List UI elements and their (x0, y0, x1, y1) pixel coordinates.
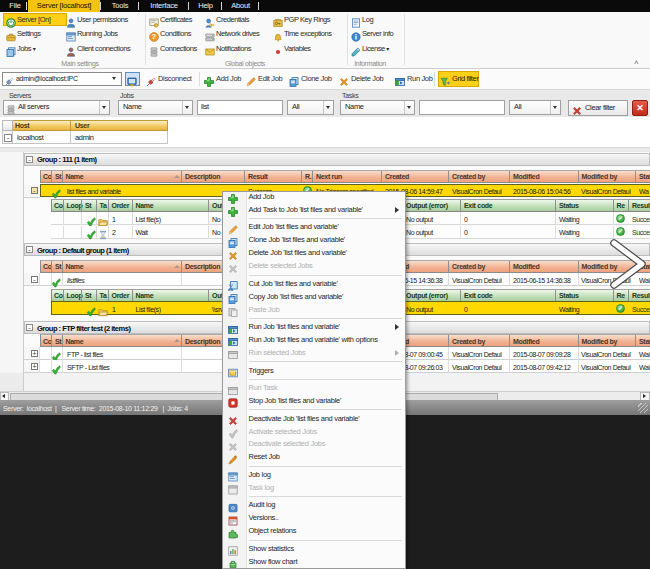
svg-text:?: ? (152, 33, 156, 40)
